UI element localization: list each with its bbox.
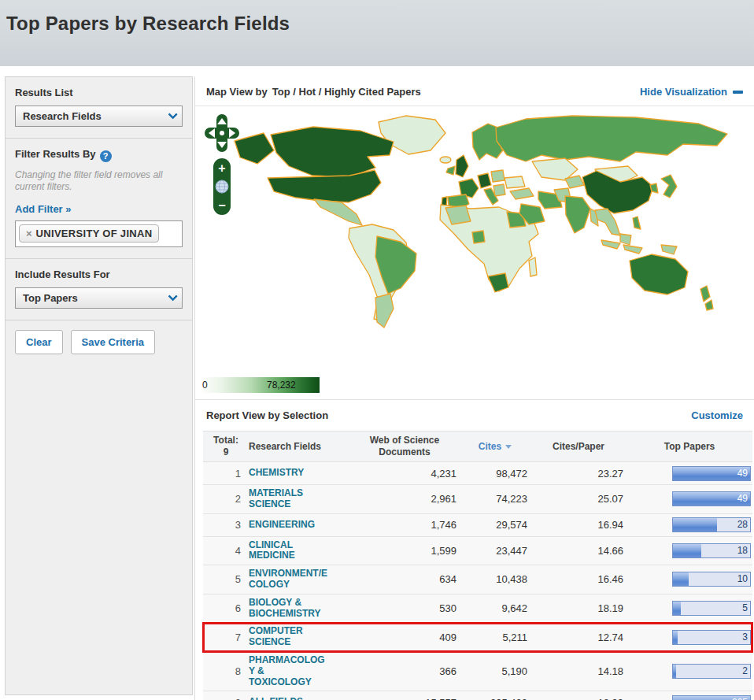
sort-desc-icon	[505, 445, 512, 449]
top-papers-value: 49	[737, 468, 748, 479]
results-list-value: Research Fields	[23, 110, 102, 122]
country-argentina	[375, 294, 394, 328]
legend-max: 78,232	[267, 380, 296, 391]
map-legend: 0 78,232	[200, 377, 320, 393]
legend-min: 0	[202, 380, 208, 391]
zoom-out-icon[interactable]: −	[218, 198, 225, 212]
column-total: Total: 9	[203, 435, 249, 458]
results-list-select[interactable]: Research Fields	[15, 106, 183, 127]
cites-per-paper-value: 14.66	[530, 545, 626, 557]
cites-per-paper-value: 18.99	[530, 697, 626, 700]
top-papers-cell: 10	[626, 572, 752, 587]
wos-documents-value: 366	[349, 665, 460, 677]
research-field-link[interactable]: CLINICAL MEDICINE	[249, 540, 349, 562]
table-row: 6BIOLOGY & BIOCHEMISTRY5309,64218.195	[203, 594, 752, 624]
row-rank: 6	[203, 602, 249, 614]
save-criteria-button[interactable]: Save Criteria	[71, 330, 156, 354]
report-table: Total: 9 Research Fields Web of Science …	[203, 431, 752, 700]
filter-tag[interactable]: × UNIVERSITY OF JINAN	[19, 224, 159, 243]
research-field-link[interactable]: BIOLOGY & BIOCHEMISTRY	[249, 598, 349, 620]
country-australia	[630, 254, 688, 294]
top-papers-value: 205	[732, 697, 748, 700]
country-alaska	[235, 133, 274, 164]
country-canada	[271, 127, 394, 177]
country-new-zealand	[700, 286, 710, 302]
page-title: Top Papers by Research Fields	[0, 0, 754, 35]
row-rank: 1	[203, 468, 249, 480]
filter-tag-box: × UNIVERSITY OF JINAN	[15, 220, 183, 247]
country-indonesia-east	[623, 245, 642, 254]
country-ireland	[446, 166, 455, 175]
wos-documents-value: 409	[349, 631, 460, 643]
top-papers-bar: 49	[672, 466, 751, 481]
top-papers-cell: 3	[626, 630, 752, 645]
hide-visualization-link[interactable]: Hide Visualization	[640, 86, 743, 98]
top-papers-bar-fill	[673, 518, 717, 531]
cites-per-paper-value: 12.74	[530, 631, 626, 643]
clear-button[interactable]: Clear	[15, 330, 63, 354]
world-map-visualization[interactable]: + − 0 78,232	[195, 106, 754, 399]
top-papers-bar-fill	[673, 665, 676, 678]
top-papers-cell: 49	[626, 491, 752, 506]
top-papers-value: 2	[742, 665, 748, 676]
research-field-link[interactable]: ENVIRONMENT/E COLOGY	[249, 569, 349, 591]
choropleth-world-map[interactable]	[195, 109, 752, 377]
country-madagascar	[529, 257, 537, 276]
remove-tag-icon[interactable]: ×	[26, 228, 32, 239]
table-row: 8PHARMACOLOG Y & TOXICOLOGY3665,19014.18…	[203, 652, 752, 691]
cites-value: 295,423	[460, 697, 530, 700]
filter-label: Filter Results By?	[15, 148, 183, 162]
row-rank: 3	[203, 519, 249, 531]
filter-section: Filter Results By? Changing the filter f…	[6, 138, 192, 258]
question-icon[interactable]: ?	[100, 150, 112, 162]
zoom-control[interactable]: + −	[213, 157, 231, 216]
research-field-link[interactable]: MATERIALS SCIENCE	[249, 488, 349, 510]
wos-documents-value: 1,746	[349, 519, 460, 531]
country-borneo	[620, 234, 631, 245]
top-papers-value: 18	[737, 545, 748, 556]
page-header: Top Papers by Research Fields	[0, 0, 754, 66]
column-cites[interactable]: Cites	[460, 441, 530, 453]
research-field-link[interactable]: CHEMISTRY	[249, 468, 349, 479]
table-row: 0ALL FIELDS15,557295,42318.99205	[203, 691, 752, 700]
customize-link[interactable]: Customize	[691, 409, 743, 421]
top-papers-bar-fill	[673, 602, 681, 615]
country-ukraine	[505, 176, 525, 188]
cites-value: 9,642	[460, 602, 530, 614]
research-field-link[interactable]: PHARMACOLOG Y & TOXICOLOGY	[249, 655, 349, 687]
wos-documents-value: 634	[349, 573, 460, 585]
report-view-header: Report View by Selection Customize	[195, 399, 754, 431]
country-philippines	[633, 217, 641, 229]
minus-icon	[733, 91, 743, 94]
table-body: 1CHEMISTRY4,23198,47223.27492MATERIALS S…	[203, 462, 752, 700]
include-label: Include Results For	[15, 269, 183, 280]
zoom-in-icon[interactable]: +	[218, 161, 225, 175]
cites-per-paper-value: 23.27	[530, 468, 626, 480]
cites-value: 5,190	[460, 665, 530, 677]
chevron-down-icon	[168, 291, 178, 302]
top-papers-cell: 28	[626, 517, 752, 532]
country-south-africa	[488, 273, 508, 292]
research-field-link[interactable]: COMPUTER SCIENCE	[249, 626, 349, 648]
pan-icon[interactable]	[205, 114, 239, 152]
wos-documents-value: 530	[349, 602, 460, 614]
wos-documents-value: 1,599	[349, 545, 460, 557]
include-select[interactable]: Top Papers	[15, 287, 183, 309]
top-papers-cell: 18	[626, 543, 752, 558]
top-papers-value: 5	[742, 602, 748, 613]
research-field-link[interactable]: ALL FIELDS	[249, 697, 349, 700]
country-poland	[491, 170, 505, 182]
country-japan	[661, 175, 677, 198]
include-value: Top Papers	[23, 292, 78, 304]
top-papers-bar-fill	[673, 631, 678, 644]
include-section: Include Results For Top Papers	[6, 258, 192, 320]
filter-tag-label: UNIVERSITY OF JINAN	[36, 228, 153, 239]
table-row: 3ENGINEERING1,74629,57416.9428	[203, 514, 752, 537]
research-field-link[interactable]: ENGINEERING	[249, 520, 349, 531]
sidebar: Results List Research Fields Filter Resu…	[5, 76, 193, 695]
top-papers-bar-fill	[673, 544, 701, 557]
table-header-row: Total: 9 Research Fields Web of Science …	[203, 431, 752, 462]
add-filter-link[interactable]: Add Filter »	[15, 203, 72, 215]
results-list-section: Results List Research Fields	[6, 77, 192, 138]
cites-per-paper-value: 25.07	[530, 493, 626, 505]
